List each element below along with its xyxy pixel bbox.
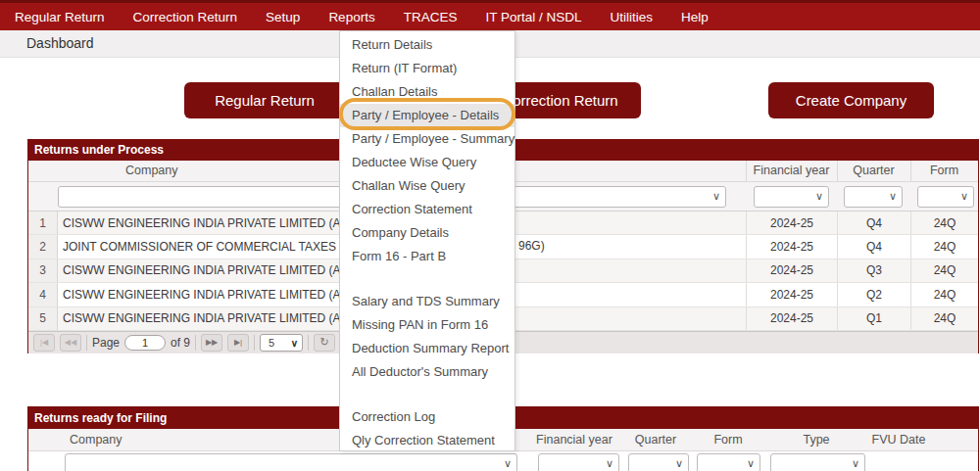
type-filter-select[interactable]: ∨ xyxy=(770,453,865,471)
form-cell: 24Q xyxy=(910,307,978,330)
row-number-cell: 4 xyxy=(28,283,58,306)
pager-divider xyxy=(254,335,255,351)
pager-divider xyxy=(308,335,309,351)
menubar-item-regular-return[interactable]: Regular Return xyxy=(15,10,105,24)
menubar: Regular ReturnCorrection ReturnSetupRepo… xyxy=(0,3,980,30)
form-filter-select[interactable]: ∨ xyxy=(917,186,974,208)
form-cell: 24Q xyxy=(910,235,978,258)
financial-year-cell: 2024-25 xyxy=(746,307,837,330)
menubar-item-traces[interactable]: TRACES xyxy=(404,10,458,24)
form-cell: 24Q xyxy=(910,283,978,306)
row-number-cell: 2 xyxy=(28,235,58,258)
refresh-icon[interactable]: ↻ xyxy=(314,334,335,352)
reports-dropdown-menu: Return DetailsReturn (IT Format)Challan … xyxy=(339,30,515,451)
page-size-value: 5 xyxy=(269,337,274,349)
menubar-item-utilities[interactable]: Utilities xyxy=(610,10,653,24)
quarter-cell: Q3 xyxy=(837,259,910,282)
menubar-item-help[interactable]: Help xyxy=(681,10,709,24)
column-header-fvu-date: FVU Date xyxy=(859,433,938,447)
chevron-down-icon: ∨ xyxy=(504,457,512,470)
column-header-form: Form xyxy=(910,164,978,177)
chevron-down-icon: ∨ xyxy=(747,457,755,470)
page-number-input[interactable] xyxy=(124,335,166,351)
pager-first-button[interactable]: |◀ xyxy=(33,334,55,352)
page-label: Page xyxy=(92,336,120,350)
reports-menu-item-form-16-part-b[interactable]: Form 16 - Part B xyxy=(340,245,514,268)
column-header-company: Company xyxy=(125,164,178,177)
financial-year-cell: 2024-25 xyxy=(746,283,837,306)
quarter-cell: Q1 xyxy=(837,307,910,330)
reports-menu-item-qly-correction-statement[interactable]: Qly Correction Statement xyxy=(340,429,514,452)
quarter-filter-select[interactable]: ∨ xyxy=(844,186,903,208)
reports-menu-item-company-details[interactable]: Company Details xyxy=(340,221,514,245)
chevron-down-icon: ∨ xyxy=(606,457,613,470)
breadcrumb: Dashboard xyxy=(26,35,94,51)
menu-group: Correction LogQly Correction Statement xyxy=(340,405,514,452)
financial-year-filter-select[interactable]: ∨ xyxy=(754,186,829,208)
column-header-financial-year: Financial year xyxy=(746,164,837,177)
regular-return-button[interactable]: Regular Return xyxy=(184,82,345,118)
financial-year-cell: 2024-25 xyxy=(746,212,837,234)
row-number-cell: 3 xyxy=(28,259,58,282)
pager-prev-button[interactable]: ◀◀ xyxy=(60,334,81,352)
dashboard-page: Regular ReturnCorrection ReturnSetupRepo… xyxy=(0,0,980,471)
reports-menu-item-correction-log[interactable]: Correction Log xyxy=(340,405,514,429)
menu-group: Salary and TDS SummaryMissing PAN in For… xyxy=(340,290,514,384)
reports-menu-item-deduction-summary-report[interactable]: Deduction Summary Report xyxy=(340,337,514,360)
quarter-cell: Q4 xyxy=(837,235,910,258)
row-number-cell: 1 xyxy=(28,212,58,234)
reports-menu-item-all-deductor-s-summary[interactable]: All Deductor's Summary xyxy=(340,360,514,384)
form-filter-select[interactable]: ∨ xyxy=(697,453,760,471)
company-filter-select[interactable]: ∨ xyxy=(65,453,517,471)
financial-year-cell: 2024-25 xyxy=(746,259,837,282)
page-count-label: of 9 xyxy=(171,336,190,350)
pager-last-button[interactable]: ▶| xyxy=(227,334,249,352)
row-number-cell: 5 xyxy=(28,307,58,330)
form-cell: 24Q xyxy=(910,259,978,282)
menu-group: Return DetailsReturn (IT Format)Challan … xyxy=(340,33,514,268)
reports-menu-item-party-employee-summary[interactable]: Party / Employee - Summary xyxy=(340,127,514,151)
financial-year-filter-select[interactable]: ∨ xyxy=(538,453,619,471)
chevron-down-icon: ∨ xyxy=(852,457,859,470)
column-header-financial-year: Financial year xyxy=(525,433,623,447)
reports-menu-item-return-it-format-[interactable]: Return (IT Format) xyxy=(340,57,514,80)
reports-menu-item-challan-wise-query[interactable]: Challan Wise Query xyxy=(340,174,514,198)
menubar-item-reports[interactable]: Reports xyxy=(328,10,374,24)
reports-menu-item-correction-statement[interactable]: Correction Statement xyxy=(340,198,514,221)
reports-menu-item-deductee-wise-query[interactable]: Deductee Wise Query xyxy=(340,151,514,174)
menubar-item-correction-return[interactable]: Correction Return xyxy=(133,10,238,24)
column-header-quarter: Quarter xyxy=(626,433,685,447)
reports-menu-item-salary-and-tds-summary[interactable]: Salary and TDS Summary xyxy=(340,290,514,313)
quarter-filter-select[interactable]: ∨ xyxy=(628,453,689,471)
menubar-item-setup[interactable]: Setup xyxy=(266,10,300,24)
chevron-down-icon: ∨ xyxy=(960,190,968,203)
reports-menu-item-return-details[interactable]: Return Details xyxy=(340,33,514,57)
menubar-item-it-portal-nsdl[interactable]: IT Portal / NSDL xyxy=(485,10,581,24)
page-size-select[interactable]: 5 ∨ xyxy=(260,334,303,352)
chevron-down-icon: ∨ xyxy=(291,336,298,352)
quarter-cell: Q2 xyxy=(837,283,910,306)
column-divider xyxy=(910,161,911,182)
column-header-type: Type xyxy=(787,433,846,447)
company-cell-fragment: 96G) xyxy=(518,239,545,253)
chevron-down-icon: ∨ xyxy=(815,190,823,203)
form-cell: 24Q xyxy=(910,212,978,234)
pager-next-button[interactable]: ▶▶ xyxy=(201,334,222,352)
column-header-company: Company xyxy=(70,433,122,447)
column-header-quarter: Quarter xyxy=(837,164,910,177)
chevron-down-icon: ∨ xyxy=(889,190,897,203)
financial-year-cell: 2024-25 xyxy=(746,235,837,258)
quarter-cell: Q4 xyxy=(837,212,910,234)
create-company-button[interactable]: Create Company xyxy=(768,82,934,118)
reports-menu-item-missing-pan-in-form-16[interactable]: Missing PAN in Form 16 xyxy=(340,313,514,337)
pager-divider xyxy=(86,335,87,351)
column-header-form: Form xyxy=(699,433,758,447)
column-divider xyxy=(837,161,838,182)
chevron-down-icon: ∨ xyxy=(675,457,683,470)
pager-divider xyxy=(195,335,196,351)
filter-row: ∨ ∨ ∨ ∨ ∨ xyxy=(28,451,978,471)
reports-menu-item-party-employee-details[interactable]: Party / Employee - Details xyxy=(340,104,514,127)
chevron-down-icon: ∨ xyxy=(712,190,720,203)
reports-menu-item-challan-details[interactable]: Challan Details xyxy=(340,80,514,104)
column-divider xyxy=(746,161,747,182)
